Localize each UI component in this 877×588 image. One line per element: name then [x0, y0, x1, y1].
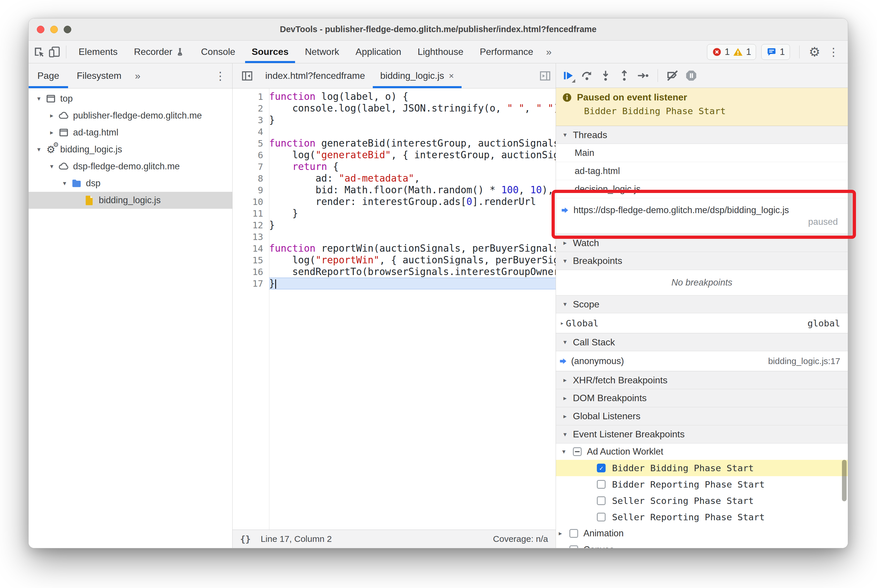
- code-line-4[interactable]: 4: [233, 126, 556, 138]
- expanded-twisty-icon[interactable]: ▾: [33, 95, 44, 102]
- code-text[interactable]: log("generateBid", { interestGroup, auct…: [269, 149, 556, 161]
- expanded-twisty-icon[interactable]: ▾: [46, 163, 57, 170]
- panel-tab-network[interactable]: Network: [297, 40, 347, 63]
- step-out-icon[interactable]: [616, 68, 632, 84]
- line-number[interactable]: 6: [233, 150, 269, 160]
- code-text[interactable]: }: [269, 219, 556, 231]
- panel-tab-performance[interactable]: Performance: [471, 40, 542, 63]
- checkbox-unchecked[interactable]: [569, 545, 578, 548]
- resume-icon[interactable]: [560, 68, 576, 84]
- deactivate-breakpoints-icon[interactable]: [664, 68, 681, 84]
- section-header-threads[interactable]: ▾Threads: [556, 126, 848, 144]
- code-line-8[interactable]: 8 ad: "ad-metadata",: [233, 172, 556, 184]
- code-text[interactable]: render: interestGroup.ads[0].renderUrl: [269, 196, 556, 208]
- editor-tab-bidding-logic-js[interactable]: bidding_logic.js×: [373, 63, 462, 88]
- code-text[interactable]: ad: "ad-metadata",: [269, 172, 556, 184]
- more-panels-chevron-icon[interactable]: »: [542, 46, 556, 57]
- code-text[interactable]: sendReportTo(browserSignals.interestGrou…: [269, 266, 556, 278]
- tree-item-bidding-logic-js[interactable]: ▾⚙⚙bidding_logic.js: [29, 141, 232, 158]
- step-into-icon[interactable]: [597, 68, 614, 84]
- section-header-xhr-fetch-breakpoints[interactable]: ▸XHR/fetch Breakpoints: [556, 371, 848, 389]
- device-toolbar-icon[interactable]: [47, 44, 62, 60]
- line-number[interactable]: 7: [233, 162, 269, 172]
- code-line-9[interactable]: 9 bid: Math.floor(Math.random() * 100, 1…: [233, 184, 556, 196]
- section-header-breakpoints[interactable]: ▾Breakpoints: [556, 252, 848, 270]
- code-line-11[interactable]: 11 }: [233, 208, 556, 219]
- code-text[interactable]: return {: [269, 161, 556, 172]
- panel-tab-recorder[interactable]: Recorder: [126, 40, 193, 63]
- code-text[interactable]: }: [269, 114, 556, 126]
- line-number[interactable]: 5: [233, 138, 269, 148]
- section-header-call-stack[interactable]: ▾Call Stack: [556, 333, 848, 351]
- line-number[interactable]: 16: [233, 267, 269, 277]
- thread-row-main[interactable]: Main: [556, 144, 848, 162]
- tree-item-top[interactable]: ▾top: [29, 90, 232, 107]
- line-number[interactable]: 8: [233, 173, 269, 184]
- code-text[interactable]: function generateBid(interestGroup, auct…: [269, 138, 556, 149]
- tree-item-dsp-fledge-demo-glitch-me[interactable]: ▾dsp-fledge-demo.glitch.me: [29, 158, 232, 175]
- code-line-3[interactable]: 3}: [233, 114, 556, 126]
- panel-tab-sources[interactable]: Sources: [243, 40, 296, 63]
- editor-tab-index-html-fencedframe[interactable]: index.html?fencedframe: [258, 63, 373, 88]
- devtools-menu-kebab-icon[interactable]: ⋮: [826, 45, 841, 58]
- step-icon[interactable]: [635, 68, 651, 84]
- pretty-print-button[interactable]: {}: [240, 534, 251, 544]
- code-line-6[interactable]: 6 log("generateBid", { interestGroup, au…: [233, 149, 556, 161]
- checkbox-unchecked[interactable]: [597, 513, 606, 521]
- code-text[interactable]: log("reportWin", { auctionSignals, perBu…: [269, 254, 556, 266]
- panel-tab-console[interactable]: Console: [193, 40, 243, 63]
- issues-badge[interactable]: 1: [761, 44, 790, 60]
- more-navigator-tabs-chevron-icon[interactable]: »: [130, 63, 145, 88]
- line-number[interactable]: 15: [233, 255, 269, 266]
- tree-item-ad-tag-html[interactable]: ▸ad-tag.html: [29, 124, 232, 141]
- listener-breakpoint-seller-scoring-phase-start[interactable]: Seller Scoring Phase Start: [556, 492, 848, 509]
- tree-item-bidding-logic-js[interactable]: bidding_logic.js: [29, 192, 232, 209]
- line-number[interactable]: 11: [233, 208, 269, 219]
- panel-tab-elements[interactable]: Elements: [71, 40, 126, 63]
- thread-row-decision-logic-js[interactable]: decision_logic.js: [556, 180, 848, 198]
- line-number[interactable]: 1: [233, 92, 269, 102]
- section-header-event-listener-breakpoints[interactable]: ▾Event Listener Breakpoints: [556, 425, 848, 444]
- checkbox-unchecked[interactable]: [569, 529, 578, 538]
- checkbox-unchecked[interactable]: [597, 496, 606, 505]
- line-number[interactable]: 13: [233, 231, 269, 242]
- expanded-twisty-icon[interactable]: ▾: [560, 448, 568, 456]
- code-editor[interactable]: 1function log(label, o) {2 console.log(l…: [233, 88, 556, 530]
- expanded-twisty-icon[interactable]: ▾: [59, 180, 70, 187]
- pause-on-exceptions-icon[interactable]: [683, 68, 699, 84]
- collapsed-twisty-icon[interactable]: ▸: [558, 320, 566, 327]
- code-line-15[interactable]: 15 log("reportWin", { auctionSignals, pe…: [233, 254, 556, 266]
- listener-breakpoint-seller-reporting-phase-start[interactable]: Seller Reporting Phase Start: [556, 509, 848, 525]
- thread-row-paused-worklet[interactable]: https://dsp-fledge-demo.glitch.me/dsp/bi…: [556, 198, 848, 234]
- expanded-twisty-icon[interactable]: ▾: [33, 146, 44, 153]
- section-header-watch[interactable]: ▸Watch: [556, 234, 848, 252]
- tree-item-publisher-fledge-demo-glitch-me[interactable]: ▸publisher-fledge-demo.glitch.me: [29, 107, 232, 124]
- checkbox-unchecked[interactable]: [597, 480, 606, 489]
- panel-tab-lighthouse[interactable]: Lighthouse: [409, 40, 472, 63]
- breakpoint-category-animation[interactable]: ▸Animation: [556, 525, 848, 542]
- code-line-1[interactable]: 1function log(label, o) {: [233, 91, 556, 102]
- line-number[interactable]: 14: [233, 243, 269, 254]
- listener-breakpoint-bidder-reporting-phase-start[interactable]: Bidder Reporting Phase Start: [556, 476, 848, 492]
- call-stack-frame[interactable]: (anonymous)bidding_logic.js:17: [556, 351, 848, 371]
- code-line-12[interactable]: 12}: [233, 219, 556, 231]
- code-line-2[interactable]: 2 console.log(label, JSON.stringify(o, "…: [233, 102, 556, 114]
- code-line-10[interactable]: 10 render: interestGroup.ads[0].renderUr…: [233, 196, 556, 208]
- navigator-tab-page[interactable]: Page: [29, 63, 68, 88]
- collapsed-twisty-icon[interactable]: ▸: [557, 546, 564, 548]
- code-line-17[interactable]: 17}: [233, 278, 556, 290]
- section-header-global-listeners[interactable]: ▸Global Listeners: [556, 407, 848, 425]
- line-number[interactable]: 10: [233, 196, 269, 207]
- scope-row-global[interactable]: ▸Globalglobal: [556, 313, 848, 333]
- checkbox-checked[interactable]: ✓: [597, 464, 606, 472]
- section-header-scope[interactable]: ▾Scope: [556, 295, 848, 313]
- panel-tab-application[interactable]: Application: [347, 40, 409, 63]
- expand-pane-icon[interactable]: [535, 63, 556, 88]
- close-tab-icon[interactable]: ×: [449, 71, 454, 81]
- breakpoint-category-ad-auction-worklet[interactable]: ▾Ad Auction Worklet: [556, 444, 848, 460]
- inspect-icon[interactable]: [32, 44, 47, 60]
- section-header-dom-breakpoints[interactable]: ▸DOM Breakpoints: [556, 389, 848, 407]
- code-text[interactable]: console.log(label, JSON.stringify(o, " "…: [269, 102, 556, 114]
- code-line-16[interactable]: 16 sendReportTo(browserSignals.interestG…: [233, 266, 556, 278]
- code-line-14[interactable]: 14function reportWin(auctionSignals, per…: [233, 243, 556, 254]
